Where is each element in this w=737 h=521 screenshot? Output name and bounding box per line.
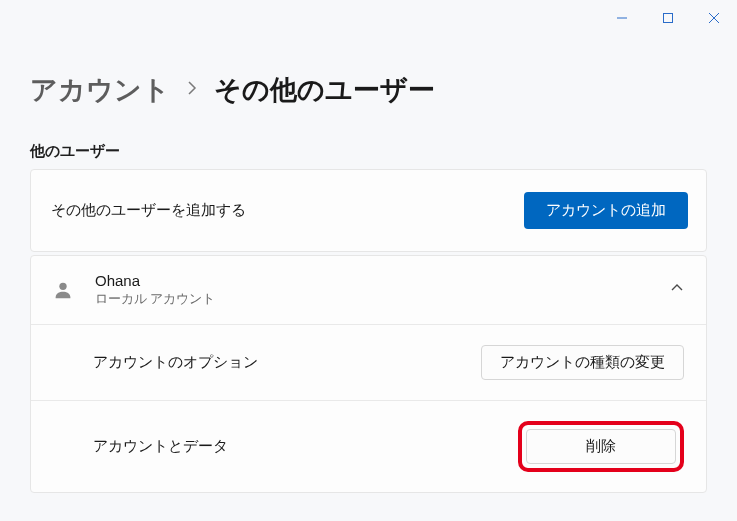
delete-button-highlight: 削除 [518,421,684,472]
account-options-label: アカウントのオプション [93,353,258,372]
close-button[interactable] [691,2,737,34]
user-header-row[interactable]: Ohana ローカル アカウント [31,256,706,325]
settings-content: アカウント その他のユーザー 他のユーザー その他のユーザーを追加する アカウン… [0,36,737,493]
chevron-right-icon [186,79,198,102]
user-account-type: ローカル アカウント [95,291,652,308]
window-titlebar [0,0,737,36]
maximize-button[interactable] [645,2,691,34]
user-name: Ohana [95,272,652,289]
svg-rect-1 [664,14,673,23]
breadcrumb-parent[interactable]: アカウント [30,72,170,108]
delete-button[interactable]: 削除 [526,429,676,464]
maximize-icon [662,12,674,24]
svg-point-4 [59,283,66,290]
breadcrumb: アカウント その他のユーザー [30,72,707,108]
minimize-button[interactable] [599,2,645,34]
breadcrumb-current: その他のユーザー [214,72,435,108]
person-icon [49,276,77,304]
add-account-button[interactable]: アカウントの追加 [524,192,688,229]
section-label-other-users: 他のユーザー [30,142,707,161]
account-options-row: アカウントのオプション アカウントの種類の変更 [31,325,706,401]
add-user-row: その他のユーザーを追加する アカウントの追加 [30,169,707,252]
account-data-label: アカウントとデータ [93,437,228,456]
chevron-up-icon [670,281,684,299]
minimize-icon [616,12,628,24]
change-account-type-button[interactable]: アカウントの種類の変更 [481,345,684,380]
user-card: Ohana ローカル アカウント アカウントのオプション アカウントの種類の変更… [30,255,707,493]
user-info: Ohana ローカル アカウント [95,272,652,308]
add-user-text: その他のユーザーを追加する [51,201,246,220]
account-data-row: アカウントとデータ 削除 [31,401,706,492]
close-icon [708,12,720,24]
